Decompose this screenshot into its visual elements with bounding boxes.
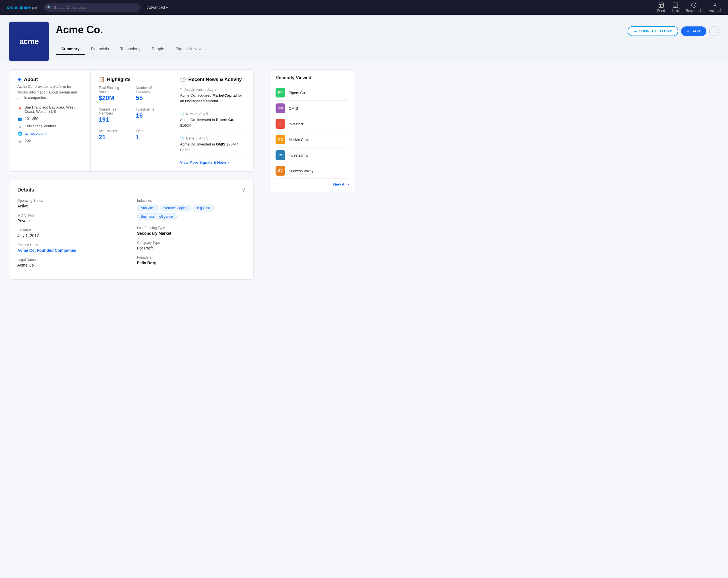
highlight-investments: Investments 16 <box>136 107 164 123</box>
detail-founders: Founders Felix Borg <box>137 255 245 265</box>
tag-business-intelligence[interactable]: Business Intelligence <box>137 213 177 220</box>
resources-chevron-icon: ▾ <box>700 8 702 10</box>
detail-operating-status: Operating Status Active <box>17 199 126 208</box>
detail-legal-name: Legal Name Acme Co. <box>17 258 126 267</box>
collapse-details-button[interactable]: ∨ <box>242 187 245 193</box>
logo: crunchbase pro <box>7 5 37 10</box>
detail-last-funding: Last Funding Type Secondary Market <box>137 226 245 236</box>
news-text-2: Acme Co. invested in Pipers Co. $160M <box>180 117 245 128</box>
meta-location: 📍 San Francisco Bay Area, West Coast, We… <box>17 105 82 114</box>
tab-summary[interactable]: Summary <box>56 44 85 55</box>
resources-nav-item[interactable]: Resources ▾ <box>686 2 702 13</box>
highlights-icon: 📋 <box>99 77 105 82</box>
tag-venture-capital[interactable]: Venture Capital <box>160 204 191 212</box>
header-row: Acme Co. ☁ CONNECT TO CRM ＋ SAVE ⋮ <box>56 24 719 40</box>
highlights-card: 📋 Highlights Total Funding Amount $20M N… <box>91 70 172 171</box>
recently-viewed-item-3[interactable]: MC Market Capital <box>276 132 349 147</box>
recently-viewed-item-1[interactable]: OM OMIS <box>276 101 349 116</box>
detail-company-type: Company Type For Profit <box>137 241 245 250</box>
industries-tags: Analytics Venture Capital Big Data Busin… <box>137 204 245 221</box>
recently-name-success-valley: Success Valley <box>289 169 313 173</box>
recently-viewed-item-0[interactable]: PP Pipers Co. <box>276 85 349 101</box>
recent-news-card: 🕐 Recent News & Activity ⇅ Acquisitions … <box>172 70 253 171</box>
highlight-investors: Number of Investors 55 <box>136 86 164 102</box>
details-header: Details ∨ <box>17 187 245 193</box>
avatar-success-valley: SV <box>276 166 285 175</box>
nav-actions: Feed Lists ▾ Resources ▾ Account ▾ <box>657 2 721 13</box>
meta-website[interactable]: 🌐 acmeco.com <box>17 131 82 136</box>
about-icon: ⊞ <box>17 77 22 83</box>
connect-to-crm-button[interactable]: ☁ CONNECT TO CRM <box>628 26 678 36</box>
arrow-right-icon: › <box>348 182 349 186</box>
details-left-col: Operating Status Active IPO Status Priva… <box>17 199 126 273</box>
tab-technology[interactable]: Technology <box>114 44 146 55</box>
highlight-acquisitions: Acquisitions 21 <box>99 129 127 141</box>
avatar-invested-inc: IN <box>276 150 285 160</box>
recently-viewed-title: Recently Viewed <box>276 75 349 80</box>
recently-name-invested-inc: Invested Inc. <box>289 153 310 158</box>
tab-people[interactable]: People <box>146 44 170 55</box>
recently-viewed-item-2[interactable]: II Investorz <box>276 116 349 132</box>
svg-rect-0 <box>659 3 664 8</box>
recently-name-pipers: Pipers Co. <box>289 91 306 95</box>
avatar-pipers: PP <box>276 88 285 98</box>
recently-name-omis: OMIS <box>289 106 298 111</box>
tab-financials[interactable]: Financials <box>85 44 114 55</box>
news-icon: 🕐 <box>180 77 186 82</box>
dollar-icon: $ <box>17 124 23 129</box>
plus-icon: ＋ <box>686 29 690 34</box>
company-name: Acme Co. <box>56 24 103 36</box>
tab-signals-news[interactable]: Signals & News <box>170 44 209 55</box>
top-navigation: crunchbase pro 🔍 Advanced ▾ Feed Lists ▾… <box>0 0 728 15</box>
details-title: Details <box>17 187 34 193</box>
website-link[interactable]: acmeco.com <box>25 131 46 136</box>
recently-viewed-item-4[interactable]: IN Invested Inc. <box>276 147 349 163</box>
meta-employees: 👥 101-250 <box>17 116 82 121</box>
tag-analytics[interactable]: Analytics <box>137 204 158 212</box>
avatar-market-capital: MC <box>276 135 285 144</box>
save-button[interactable]: ＋ SAVE <box>681 26 706 36</box>
news-meta-1: ⇅ Acquisitions • Aug 5 <box>180 87 245 91</box>
recently-name-investorz: Investorz <box>289 122 304 126</box>
details-right-col: Industries Analytics Venture Capital Big… <box>137 199 245 273</box>
svg-point-8 <box>714 3 716 5</box>
news-doc-icon-2: 📄 <box>180 136 184 140</box>
news-meta-2: 📄 News • Aug 5 <box>180 112 245 116</box>
recently-viewed-item-5[interactable]: SV Success Valley <box>276 163 349 179</box>
meta-stage: $ Late Stage Venture <box>17 124 82 129</box>
location-icon: 📍 <box>17 107 22 112</box>
search-bar[interactable]: 🔍 <box>44 3 140 12</box>
tag-big-data[interactable]: Big Data <box>193 204 214 212</box>
detail-ipo-status: IPO Status Private <box>17 213 126 223</box>
rank-icon: ◎ <box>17 139 23 143</box>
recently-viewed-section: Recently Viewed PP Pipers Co. OM OMIS II… <box>269 69 355 192</box>
advanced-menu[interactable]: Advanced ▾ <box>147 5 168 10</box>
company-logo: acme <box>9 22 49 61</box>
recent-news-title: 🕐 Recent News & Activity <box>180 77 245 82</box>
acquisition-icon: ⇅ <box>180 87 183 91</box>
main-content: ⊞ About Acme Co. provides a platform for… <box>9 69 254 285</box>
news-doc-icon-1: 📄 <box>180 112 184 116</box>
more-options-button[interactable]: ⋮ <box>709 26 719 36</box>
view-all-button[interactable]: View All › <box>276 182 349 186</box>
crm-icon: ☁ <box>633 29 637 33</box>
lists-nav-item[interactable]: Lists ▾ <box>672 2 679 13</box>
avatar-omis: OM <box>276 104 285 113</box>
highlights-grid: Total Funding Amount $20M Number of Inve… <box>99 84 164 141</box>
account-nav-item[interactable]: Account ▾ <box>709 2 721 13</box>
chevron-down-icon: ▾ <box>166 5 168 10</box>
tab-bar: Summary Financials Technology People Sig… <box>56 44 719 55</box>
about-meta: 📍 San Francisco Bay Area, West Coast, We… <box>17 105 82 143</box>
highlights-title: 📋 Highlights <box>99 77 164 82</box>
about-card: ⊞ About Acme Co. provides a platform for… <box>9 70 91 171</box>
news-item-3: 📄 News • Aug 5 Acme Co. invested in OMIS… <box>180 132 245 157</box>
search-input[interactable] <box>44 3 140 12</box>
news-text-3: Acme Co. invested in OMIS $75M / Series … <box>180 141 245 153</box>
feed-nav-item[interactable]: Feed <box>657 2 665 13</box>
view-more-news-button[interactable]: View More Signals & News › <box>180 160 245 165</box>
summary-cards: ⊞ About Acme Co. provides a platform for… <box>9 69 254 172</box>
detail-related-hubs: Related Hubs Acme Co. Founded Companies <box>17 243 126 253</box>
about-description: Acme Co. provides a platform for finding… <box>17 84 82 101</box>
highlight-funding: Total Funding Amount $20M <box>99 86 127 102</box>
news-text-1: Acme Co. acquired MarketCapital for an u… <box>180 93 245 104</box>
